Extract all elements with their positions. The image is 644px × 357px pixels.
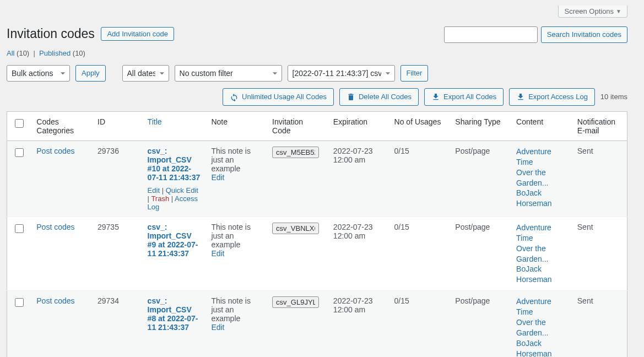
note-edit-link[interactable]: Edit <box>211 323 224 332</box>
col-usages: No of Usages <box>389 111 450 140</box>
category-link[interactable]: Post codes <box>36 223 74 231</box>
note-cell: This note is just an exampleEdit <box>205 217 267 290</box>
usages-cell: 0/15 <box>389 291 450 357</box>
sharing-cell: Post/page <box>450 217 511 290</box>
row-checkbox[interactable] <box>15 298 24 307</box>
quick-edit-link[interactable]: Quick Edit <box>166 186 198 194</box>
category-link[interactable]: Post codes <box>36 296 74 305</box>
select-all-checkbox[interactable] <box>15 119 24 128</box>
email-cell: Sent <box>572 140 627 217</box>
col-code: Invitation Code <box>267 111 328 140</box>
category-link[interactable]: Post codes <box>36 147 74 155</box>
note-edit-link[interactable]: Edit <box>211 249 224 258</box>
row-actions: Edit | Quick Edit | Trash | Access Log <box>148 186 201 211</box>
add-invitation-code-button[interactable]: Add Invitation code <box>101 27 174 41</box>
items-count: 10 items <box>600 93 627 101</box>
export-icon <box>431 93 440 101</box>
col-email: Notification E-mail <box>572 111 627 140</box>
table-row: Post codes 29735 csv_: Import_CSV #9 at … <box>7 217 627 290</box>
custom-filter-select[interactable]: No custom filter <box>175 65 282 82</box>
search-button[interactable]: Search Invitation codes <box>541 26 627 43</box>
search-input[interactable] <box>444 26 538 43</box>
invitation-code-input[interactable] <box>272 223 319 234</box>
dates-select[interactable]: All dates <box>122 65 169 82</box>
title-link[interactable]: csv_: Import_CSV #9 at 2022-07-11 21:43:… <box>148 223 198 258</box>
screen-options-label: Screen Options <box>564 7 614 15</box>
screen-options-button[interactable]: Screen Options ▼ <box>558 6 627 18</box>
apply-button[interactable]: Apply <box>75 65 106 82</box>
col-categories: Codes Categories <box>31 111 92 140</box>
col-title-sort[interactable]: Title <box>148 117 162 126</box>
content-cell: Adventure Time Over the Garden... BoJack… <box>511 291 572 357</box>
content-link[interactable]: Over the Garden... <box>516 317 566 338</box>
filter-all-count: (10) <box>17 49 29 57</box>
invitation-code-input[interactable] <box>272 147 319 158</box>
trash-icon <box>347 93 355 101</box>
filter-all-link[interactable]: All <box>7 49 14 57</box>
import-filter-select[interactable]: [2022-07-11 21:43:37] csv_: <box>288 65 395 82</box>
content-link[interactable]: BoJack Horseman <box>516 264 566 285</box>
note-edit-link[interactable]: Edit <box>211 173 224 182</box>
note-cell: This note is just an exampleEdit <box>205 291 267 357</box>
sharing-cell: Post/page <box>450 291 511 357</box>
content-link[interactable]: Adventure Time <box>516 296 566 317</box>
expiration-cell: 2022-07-23 12:00 am <box>328 291 389 357</box>
usages-cell: 0/15 <box>389 217 450 290</box>
filter-button[interactable]: Filter <box>401 65 429 82</box>
status-filter-links: All (10) | Published (10) <box>7 49 627 57</box>
col-note: Note <box>205 111 267 140</box>
usages-cell: 0/15 <box>389 140 450 217</box>
page-title: Invitation codes <box>7 21 95 45</box>
content-link[interactable]: Over the Garden... <box>516 244 566 264</box>
bulk-actions-select[interactable]: Bulk actions <box>7 65 70 82</box>
filter-published-link[interactable]: Published <box>39 49 71 57</box>
note-cell: This note is just an exampleEdit <box>205 140 267 217</box>
content-cell: Adventure Time Over the Garden... BoJack… <box>511 217 572 290</box>
unlimited-usage-button[interactable]: Unlimited Usage All Codes <box>223 88 334 106</box>
delete-all-codes-button[interactable]: Delete All Codes <box>339 88 419 106</box>
email-cell: Sent <box>572 217 627 290</box>
row-id: 29736 <box>92 140 142 217</box>
edit-link[interactable]: Edit <box>148 186 160 194</box>
table-row: Post codes 29736 csv_: Import_CSV #10 at… <box>7 140 627 217</box>
content-cell: Adventure Time Over the Garden... BoJack… <box>511 140 572 217</box>
trash-link[interactable]: Trash <box>151 194 169 203</box>
content-link[interactable]: Adventure Time <box>516 147 566 167</box>
sharing-cell: Post/page <box>450 140 511 217</box>
title-link[interactable]: csv_: Import_CSV #10 at 2022-07-11 21:43… <box>148 147 201 182</box>
filter-published-count: (10) <box>73 49 85 57</box>
table-row: Post codes 29734 csv_: Import_CSV #8 at … <box>7 291 627 357</box>
col-content: Content <box>511 111 572 140</box>
col-id: ID <box>92 111 142 140</box>
content-link[interactable]: Adventure Time <box>516 223 566 244</box>
chevron-down-icon: ▼ <box>616 8 621 14</box>
email-cell: Sent <box>572 291 627 357</box>
export-access-log-button[interactable]: Export Access Log <box>509 88 595 106</box>
row-id: 29734 <box>92 291 142 357</box>
expiration-cell: 2022-07-23 12:00 am <box>328 217 389 290</box>
row-checkbox[interactable] <box>15 148 24 157</box>
content-link[interactable]: BoJack Horseman <box>516 188 566 209</box>
content-link[interactable]: BoJack Horseman <box>516 338 566 357</box>
refresh-icon <box>230 93 239 101</box>
row-checkbox[interactable] <box>15 224 24 233</box>
expiration-cell: 2022-07-23 12:00 am <box>328 140 389 217</box>
row-id: 29735 <box>92 217 142 290</box>
export-all-codes-button[interactable]: Export All Codes <box>424 88 504 106</box>
invitation-code-input[interactable] <box>272 296 319 308</box>
codes-table: Codes Categories ID Title Note Invitatio… <box>7 111 627 357</box>
content-link[interactable]: Over the Garden... <box>516 167 566 188</box>
title-link[interactable]: csv_: Import_CSV #8 at 2022-07-11 21:43:… <box>148 296 198 332</box>
export-log-icon <box>516 93 525 101</box>
col-sharing: Sharing Type <box>450 111 511 140</box>
col-expiration: Expiration <box>328 111 389 140</box>
